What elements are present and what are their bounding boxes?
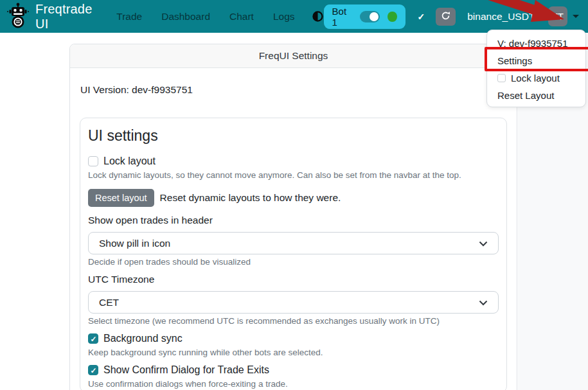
card-title: FreqUI Settings <box>70 44 517 68</box>
lock-layout-checkbox[interactable] <box>88 156 98 166</box>
chevron-down-icon <box>479 297 488 308</box>
app-title: Freqtrade UI <box>35 2 100 31</box>
menu-item-settings[interactable]: Settings <box>487 52 585 69</box>
menu-item-reset-layout[interactable]: Reset Layout <box>487 87 585 104</box>
menu-item-lock-layout[interactable]: Lock layout <box>487 69 585 87</box>
timezone-label: UTC Timezone <box>88 274 499 285</box>
background-sync-help: Keep background sync running while other… <box>88 348 499 357</box>
reset-layout-button[interactable]: Reset layout <box>88 189 154 207</box>
ui-version-text: UI Version: dev-f9935751 <box>80 84 507 96</box>
confirm-dialog-row[interactable]: Show Confirm Dialog for Trade Exits <box>88 364 499 376</box>
lock-layout-row[interactable]: Lock layout <box>88 155 499 167</box>
lock-layout-label: Lock layout <box>103 155 156 167</box>
chevron-down-icon <box>479 238 488 249</box>
nav-item-trade[interactable]: Trade <box>116 11 142 22</box>
bot-selector-pill[interactable]: Bot 1 <box>324 4 405 29</box>
profile-menu-button[interactable]: FT <box>548 6 567 26</box>
nav-item-logs[interactable]: Logs <box>273 11 295 22</box>
section-title: UI settings <box>88 127 499 145</box>
freqtrade-robot-icon <box>6 3 30 31</box>
check-icon[interactable]: ✓ <box>418 12 425 22</box>
main-nav: Trade Dashboard Chart Logs <box>116 11 294 22</box>
open-trades-value: Show pill in icon <box>99 238 479 249</box>
confirm-dialog-help: Use confirmation dialogs when force-exit… <box>88 379 499 389</box>
caret-down-icon[interactable] <box>573 15 579 18</box>
background-sync-checkbox[interactable] <box>88 333 98 344</box>
refresh-icon <box>441 11 450 22</box>
open-trades-label: Show open trades in header <box>88 215 499 226</box>
brand[interactable]: Freqtrade UI <box>6 2 100 31</box>
exchange-bot-label: binance_USDT1 <box>467 11 540 22</box>
reset-layout-row: Reset layout Reset dynamic layouts to ho… <box>88 189 499 207</box>
confirm-dialog-label: Show Confirm Dialog for Trade Exits <box>103 364 269 376</box>
open-trades-select[interactable]: Show pill in icon <box>88 232 499 254</box>
navbar: Freqtrade UI Trade Dashboard Chart Logs … <box>0 0 588 33</box>
background-sync-label: Background sync <box>103 333 183 344</box>
nav-item-dashboard[interactable]: Dashboard <box>161 11 210 22</box>
timezone-help: Select timezone (we recommend UTC is rec… <box>88 316 499 326</box>
bot-online-dot <box>388 12 396 22</box>
lock-layout-menu-label: Lock layout <box>511 73 560 84</box>
reset-layout-help: Reset dynamic layouts to how they were. <box>160 192 341 204</box>
confirm-dialog-checkbox[interactable] <box>88 365 98 375</box>
bot-enable-toggle[interactable] <box>360 11 380 22</box>
menu-item-version[interactable]: V: dev-f9935751 <box>487 35 585 52</box>
timezone-value: CET <box>99 297 479 308</box>
refresh-button[interactable] <box>436 8 456 26</box>
background-sync-row[interactable]: Background sync <box>88 333 499 344</box>
settings-card: FreqUI Settings UI Version: dev-f9935751… <box>69 44 517 390</box>
open-trades-help: Decide if open trades should be visualiz… <box>88 257 499 267</box>
lock-layout-help: Lock dynamic layouts, so they cannot mov… <box>88 170 499 180</box>
profile-dropdown-menu: V: dev-f9935751 Settings Lock layout Res… <box>486 30 586 107</box>
card-body: UI Version: dev-f9935751 UI settings Loc… <box>70 68 517 390</box>
theme-toggle-icon[interactable] <box>312 10 324 22</box>
bot-name: Bot 1 <box>332 6 352 28</box>
ui-settings-section: UI settings Lock layout Lock dynamic lay… <box>80 118 507 390</box>
timezone-select[interactable]: CET <box>88 291 499 314</box>
nav-item-chart[interactable]: Chart <box>229 11 254 22</box>
lock-layout-menu-checkbox[interactable] <box>497 74 506 82</box>
